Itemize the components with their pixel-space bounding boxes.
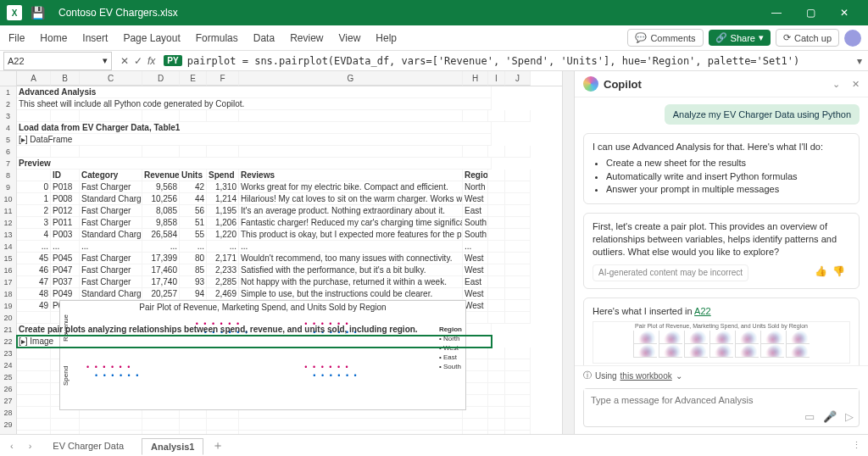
select-all-corner[interactable]	[0, 71, 17, 86]
cell-B29[interactable]	[51, 419, 80, 431]
cell-I13[interactable]	[488, 229, 505, 241]
chevron-down-icon[interactable]: ⌄	[676, 371, 682, 381]
cell-A4[interactable]: Load data from EV Charger Data, Table1	[17, 122, 492, 134]
row-header[interactable]: 12	[0, 217, 17, 229]
cell-E8[interactable]: Units	[180, 170, 207, 181]
cell-J9[interactable]	[505, 181, 531, 193]
cell-D16[interactable]: 17,460	[142, 264, 180, 276]
cell-A21[interactable]: Create pair plots analyzing relationship…	[17, 324, 492, 336]
cell-J6[interactable]	[505, 146, 531, 158]
cell-F11[interactable]: 1,195	[207, 205, 239, 217]
row-header[interactable]: 19	[0, 300, 17, 312]
cell-E12[interactable]: 51	[180, 217, 207, 229]
cell-A13[interactable]: 4	[17, 229, 51, 241]
cell-E18[interactable]: 94	[180, 288, 207, 300]
cell-J14[interactable]	[505, 241, 531, 253]
row-header[interactable]: 22	[0, 336, 17, 348]
formula-bar[interactable]: pairplot = sns.pairplot(EVData_df, vars=…	[182, 55, 851, 67]
cell-E11[interactable]: 56	[180, 205, 207, 217]
cell-F13[interactable]: 1,220	[207, 229, 239, 241]
cell-G12[interactable]: Fantastic charger! Reduced my car's char…	[239, 217, 463, 229]
cell-A30[interactable]	[17, 431, 51, 434]
cell-J13[interactable]	[505, 229, 531, 241]
row-header[interactable]: 10	[0, 193, 17, 205]
row-header[interactable]: 6	[0, 146, 17, 158]
cell-F3[interactable]	[207, 110, 239, 122]
cancel-formula-icon[interactable]: ✕	[120, 55, 129, 67]
cell-I18[interactable]	[488, 288, 505, 300]
cell-I24[interactable]	[488, 359, 505, 371]
cell-E14[interactable]: ...	[180, 241, 207, 253]
cell-E9[interactable]: 42	[180, 181, 207, 193]
cell-J10[interactable]	[505, 193, 531, 205]
expand-formula-icon[interactable]: ▾	[851, 55, 868, 67]
name-box[interactable]: A22 ▾	[3, 52, 112, 70]
cell-D10[interactable]: 10,256	[142, 193, 180, 205]
cell-I10[interactable]	[488, 193, 505, 205]
cell-H16[interactable]: West	[463, 264, 488, 276]
cell-J24[interactable]	[505, 359, 531, 371]
sheet-tab-evdata[interactable]: EV Charger Data	[43, 437, 133, 453]
copilot-close-icon[interactable]: ✕	[852, 79, 860, 90]
cell-A1[interactable]: Advanced Analysis	[17, 86, 492, 98]
cell-A24[interactable]	[17, 359, 51, 371]
cell-G10[interactable]: Hilarious! My cat loves to sit on the wa…	[239, 193, 463, 205]
col-header-C[interactable]: C	[80, 71, 142, 86]
cell-D30[interactable]	[142, 431, 180, 434]
cell-B18[interactable]: P049	[51, 288, 80, 300]
cell-J19[interactable]	[505, 300, 531, 312]
save-icon[interactable]: 💾	[31, 6, 45, 19]
spreadsheet-grid[interactable]: 1Advanced Analysis2This sheet will inclu…	[0, 86, 562, 434]
catch-up-button[interactable]: ⟳ Catch up	[776, 29, 839, 47]
col-header-D[interactable]: D	[142, 71, 180, 86]
cell-G17[interactable]: Not happy with the purchase, returned it…	[239, 276, 463, 288]
comments-button[interactable]: 💬 Comments	[627, 29, 703, 47]
cell-A17[interactable]: 47	[17, 276, 51, 288]
cell-I6[interactable]	[488, 146, 505, 158]
minimize-button[interactable]: —	[760, 0, 793, 25]
attach-icon[interactable]: ▭	[804, 410, 815, 423]
cell-F17[interactable]: 2,285	[207, 276, 239, 288]
cell-F12[interactable]: 1,206	[207, 217, 239, 229]
col-header-A[interactable]: A	[17, 71, 51, 86]
cell-A20[interactable]	[17, 312, 51, 324]
cell-I23[interactable]	[488, 348, 505, 359]
thumbs-down-icon[interactable]: 👎	[832, 265, 850, 277]
cell-C18[interactable]: Standard Charger	[80, 288, 142, 300]
row-header[interactable]: 8	[0, 170, 17, 181]
cell-J15[interactable]	[505, 253, 531, 264]
row-header[interactable]: 29	[0, 419, 17, 431]
cell-H28[interactable]	[463, 407, 488, 419]
cell-C13[interactable]: Standard Charger	[80, 229, 142, 241]
cell-D12[interactable]: 9,858	[142, 217, 180, 229]
cell-F29[interactable]	[207, 419, 239, 431]
sheet-nav-next[interactable]: ›	[25, 441, 36, 451]
cell-B12[interactable]: P011	[51, 217, 80, 229]
cell-J27[interactable]	[505, 395, 531, 407]
col-header-H[interactable]: H	[463, 71, 488, 86]
cell-H20[interactable]	[463, 312, 488, 324]
cell-F30[interactable]	[207, 431, 239, 434]
cell-A23[interactable]	[17, 348, 51, 359]
cell-C8[interactable]: Category	[80, 170, 142, 181]
fx-icon[interactable]: fx	[147, 55, 155, 67]
cell-B13[interactable]: P003	[51, 229, 80, 241]
cell-B30[interactable]	[51, 431, 80, 434]
row-header[interactable]: 25	[0, 371, 17, 383]
row-header[interactable]: 20	[0, 312, 17, 324]
cell-F18[interactable]: 2,469	[207, 288, 239, 300]
cell-A14[interactable]: ...	[17, 241, 51, 253]
cell-A9[interactable]: 0	[17, 181, 51, 193]
row-header[interactable]: 9	[0, 181, 17, 193]
cell-C14[interactable]: ...	[80, 241, 142, 253]
cell-H12[interactable]: South	[463, 217, 488, 229]
mic-icon[interactable]: 🎤	[823, 410, 837, 423]
cell-I15[interactable]	[488, 253, 505, 264]
row-header[interactable]: 5	[0, 134, 17, 146]
tab-help[interactable]: Help	[374, 29, 398, 47]
row-header[interactable]: 24	[0, 359, 17, 371]
cell-G16[interactable]: Satisfied with the performance, but it's…	[239, 264, 463, 276]
row-header[interactable]: 26	[0, 383, 17, 395]
row-header[interactable]: 16	[0, 264, 17, 276]
cell-D14[interactable]: ...	[142, 241, 180, 253]
